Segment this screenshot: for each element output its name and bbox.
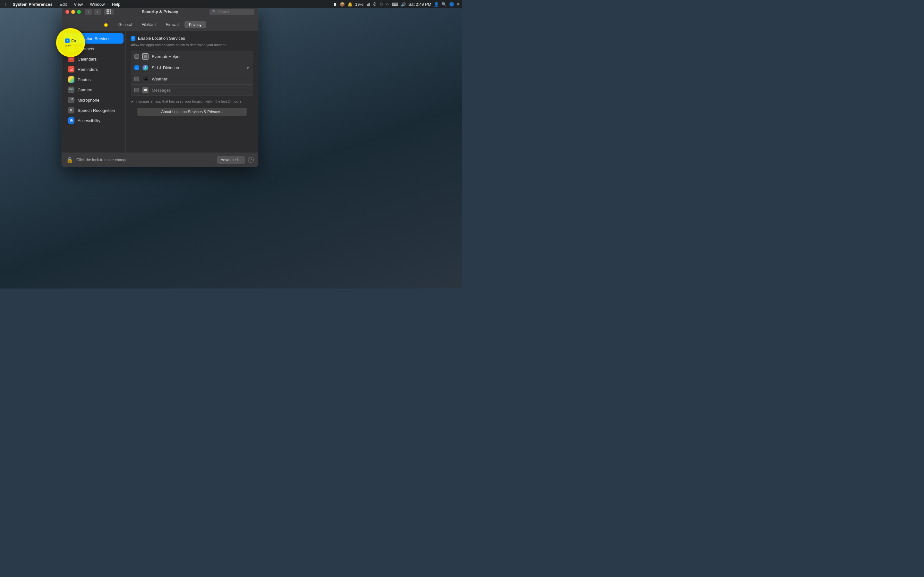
zoom-content: ✓ En Allov xyxy=(63,36,78,50)
search-input[interactable] xyxy=(218,10,252,14)
sidebar-item-reminders[interactable]: ☑ Reminders xyxy=(63,64,124,74)
menubar-icon-user[interactable]: 👤 xyxy=(434,2,439,7)
evernote-app-name: EvernoteHelper xyxy=(152,54,250,59)
zoom-allow-label: Allov xyxy=(65,44,71,47)
enable-location-checkbox[interactable]: ✓ xyxy=(131,36,136,41)
weather-checkbox[interactable] xyxy=(134,77,139,81)
siri-checkbox[interactable]: ✓ xyxy=(134,65,139,70)
sidebar-label-reminders: Reminders xyxy=(78,67,98,72)
menubar-icon-screen[interactable]: 🖥 xyxy=(366,2,370,7)
menu-window[interactable]: Window xyxy=(89,1,106,7)
siri-checkmark-icon: ✓ xyxy=(136,66,138,69)
lock-text: Click the lock to make changes. xyxy=(76,158,214,162)
menubar-icon-menu[interactable]: ≡ xyxy=(457,2,459,7)
svg-text:S: S xyxy=(144,66,147,69)
sidebar-label-microphone: Microphone xyxy=(78,98,99,103)
reminders-icon: ☑ xyxy=(68,66,74,73)
content-area: Location Services 👤 Contacts 31 Calendar… xyxy=(61,31,258,153)
messages-app-name: Messages xyxy=(152,88,250,93)
weather-icon: 🌤 xyxy=(142,76,149,82)
app-list: EvernoteHelper ✓ xyxy=(131,51,253,96)
minimize-button[interactable] xyxy=(71,10,75,14)
main-panel: ✓ Enable Location Services Allow the app… xyxy=(126,31,258,153)
siri-icon: S xyxy=(142,64,149,71)
lock-icon[interactable]: 🔒 xyxy=(66,156,73,163)
zoom-en-label: En xyxy=(71,39,76,43)
menubar-icon-wifi[interactable]: 〰 xyxy=(385,2,389,7)
app-row-messages: 💬 Messages xyxy=(131,85,253,95)
zoom-annotation-circle: ✓ En Allov xyxy=(56,28,85,57)
camera-icon: 📷 xyxy=(68,87,74,93)
help-button[interactable]: ? xyxy=(248,157,254,163)
tab-general[interactable]: General xyxy=(114,21,137,28)
photos-icon xyxy=(68,76,74,83)
about-location-services-button[interactable]: About Location Services & Privacy... xyxy=(137,108,247,116)
menubar-icon-bluetooth[interactable]: 𝔅 xyxy=(380,2,383,7)
forward-button[interactable]: › xyxy=(94,9,102,15)
sidebar-label-calendars: Calendars xyxy=(78,57,97,61)
tab-firewall[interactable]: Firewall xyxy=(162,21,184,28)
grid-view-button[interactable] xyxy=(104,9,113,15)
evernote-checkbox[interactable] xyxy=(134,54,139,59)
menubar-icon-volume[interactable]: 🔊 xyxy=(401,2,406,7)
menubar-right: ⏺ 📦 🔔 19% 🖥 ⏱ 𝔅 〰 ⌨ 🔊 Sat 2:49 PM 👤 🔍 🔵 … xyxy=(333,2,459,7)
sidebar-item-microphone[interactable]: 🎤 Microphone xyxy=(63,95,124,105)
siri-app-name: Siri & Dictation xyxy=(152,65,243,70)
weather-app-name: Weather xyxy=(152,77,250,81)
security-privacy-window: ‹ › Security & Privacy 🔍 General FileVau… xyxy=(61,6,258,167)
menubar-icon-record[interactable]: ⏺ xyxy=(333,2,337,7)
sidebar-item-photos[interactable]: Photos xyxy=(63,74,124,85)
sidebar-item-accessibility[interactable]: ♿ Accessibility xyxy=(63,115,124,126)
location-arrow-indicator: ➤ xyxy=(131,99,134,104)
back-button[interactable]: ‹ xyxy=(85,9,92,15)
menu-edit[interactable]: Edit xyxy=(58,1,68,7)
window-title: Security & Privacy xyxy=(142,9,178,14)
menubar-icon-keyboard[interactable]: ⌨ xyxy=(392,2,398,7)
app-row-siri: ✓ S xyxy=(131,62,253,73)
pointer-dot-annotation xyxy=(104,23,108,27)
search-box[interactable]: 🔍 xyxy=(210,9,254,15)
enable-location-desc: Allow the apps and services below to det… xyxy=(131,43,253,47)
menu-system-preferences[interactable]: System Preferences xyxy=(11,1,53,7)
zoom-checkbox-row: ✓ En xyxy=(65,39,76,43)
enable-location-label: Enable Location Services xyxy=(138,36,185,41)
app-row-weather: 🌤 Weather xyxy=(131,73,253,85)
app-row-evernote: EvernoteHelper xyxy=(131,51,253,62)
menubar-icon-notification[interactable]: 🔔 xyxy=(347,2,352,7)
menubar-icon-dropbox[interactable]: 📦 xyxy=(340,2,345,7)
evernote-icon xyxy=(142,53,149,60)
sidebar-label-accessibility: Accessibility xyxy=(78,118,100,123)
sidebar-item-camera[interactable]: 📷 Camera xyxy=(63,85,124,95)
tab-privacy[interactable]: Privacy xyxy=(184,21,206,28)
tab-filevault[interactable]: FileVault xyxy=(137,21,161,28)
menu-help[interactable]: Help xyxy=(110,1,121,7)
sidebar-item-speech-recognition[interactable]: 🎙 Speech Recognition xyxy=(63,105,124,115)
close-button[interactable] xyxy=(65,10,69,14)
menubar-icon-search[interactable]: 🔍 xyxy=(441,2,447,7)
enable-location-row: ✓ Enable Location Services xyxy=(131,36,253,41)
microphone-icon: 🎤 xyxy=(68,97,74,103)
location-note: ➤ Indicates an app that has used your lo… xyxy=(131,99,253,104)
apple-menu[interactable]:  xyxy=(3,1,7,8)
messages-icon: 💬 xyxy=(142,87,149,93)
menu-view[interactable]: View xyxy=(73,1,84,7)
grid-icon xyxy=(107,9,111,14)
sidebar-label-camera: Camera xyxy=(78,87,92,92)
svg-text:💬: 💬 xyxy=(144,89,148,92)
menubar-time: Sat 2:49 PM xyxy=(409,2,431,7)
messages-checkbox[interactable] xyxy=(134,88,139,92)
sidebar-label-speech-recognition: Speech Recognition xyxy=(78,108,115,113)
menubar-left:  System Preferences Edit View Window He… xyxy=(3,1,121,8)
accessibility-icon: ♿ xyxy=(68,117,74,124)
location-used-indicator: ➤ xyxy=(246,65,250,70)
search-icon: 🔍 xyxy=(212,10,216,14)
speech-recognition-icon: 🎙 xyxy=(68,107,74,113)
sidebar-label-photos: Photos xyxy=(78,77,90,82)
advanced-button[interactable]: Advanced... xyxy=(217,156,245,164)
maximize-button[interactable] xyxy=(77,10,81,14)
menubar-icon-time-machine[interactable]: ⏱ xyxy=(373,2,377,7)
traffic-lights xyxy=(65,10,81,14)
bottom-bar: 🔒 Click the lock to make changes. Advanc… xyxy=(61,153,258,167)
menubar-icon-siri[interactable]: 🔵 xyxy=(449,2,454,7)
tab-bar: General FileVault Firewall Privacy xyxy=(61,18,258,31)
